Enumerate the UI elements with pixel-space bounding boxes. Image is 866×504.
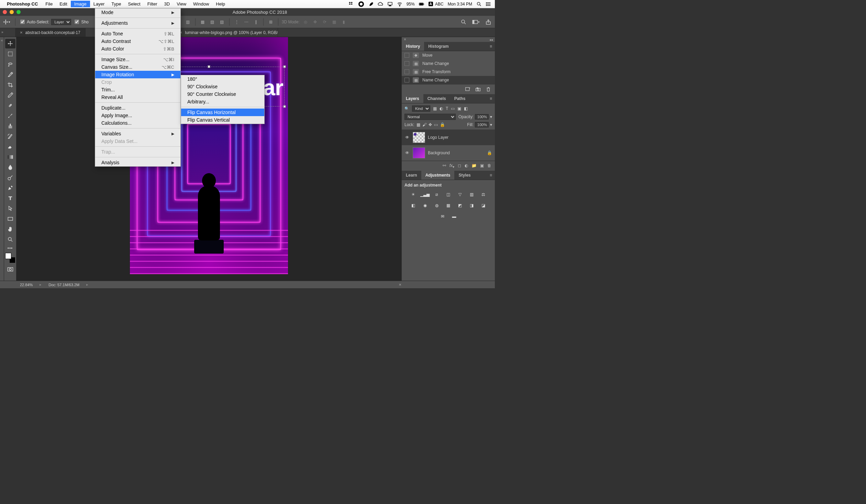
posterize-icon[interactable]: ◨ bbox=[468, 202, 476, 209]
lasso-tool-icon[interactable] bbox=[5, 59, 15, 69]
marquee-tool-icon[interactable] bbox=[5, 49, 15, 59]
menu-help[interactable]: Help bbox=[212, 1, 229, 7]
lock-artboard-icon[interactable]: ▭ bbox=[434, 122, 438, 127]
hue-sat-icon[interactable]: ▥ bbox=[468, 191, 476, 198]
photo-filter-icon[interactable]: ◉ bbox=[421, 202, 429, 209]
zoom-level[interactable]: 22.84% bbox=[20, 283, 33, 287]
feather-icon[interactable] bbox=[368, 1, 374, 7]
menu-type[interactable]: Type bbox=[108, 1, 124, 7]
search-icon[interactable] bbox=[460, 18, 467, 26]
hand-tool-icon[interactable] bbox=[5, 224, 15, 234]
lock-all-icon[interactable]: 🔒 bbox=[440, 122, 445, 127]
stamp-tool-icon[interactable] bbox=[5, 121, 15, 131]
visibility-icon[interactable]: 👁 bbox=[404, 150, 410, 155]
delete-layer-icon[interactable]: 🗑 bbox=[487, 163, 491, 169]
bw-icon[interactable]: ◧ bbox=[410, 202, 417, 209]
distribute-v-icon[interactable]: ⋯ bbox=[243, 18, 250, 26]
lookup-icon[interactable]: ▦ bbox=[445, 202, 452, 209]
visibility-icon[interactable]: 👁 bbox=[404, 135, 410, 140]
rotation-menu-item[interactable]: Flip Canvas Vertical bbox=[181, 116, 264, 124]
circle-icon[interactable] bbox=[358, 1, 364, 7]
opacity-dropdown-icon[interactable]: ▾ bbox=[490, 114, 492, 119]
show-transform-checkbox[interactable] bbox=[75, 20, 79, 24]
image-menu-item[interactable]: Adjustments▶ bbox=[95, 19, 180, 27]
color-balance-icon[interactable]: ⚖ bbox=[480, 191, 487, 198]
document-tab-1[interactable]: × abstract-backlit-conceptual-17 bbox=[15, 28, 86, 37]
healing-tool-icon[interactable] bbox=[5, 101, 15, 110]
align-right-icon[interactable]: ▨ bbox=[218, 18, 226, 26]
image-menu-item[interactable]: Variables▶ bbox=[95, 130, 180, 137]
image-menu-item[interactable]: Auto Contrast⌥⇧⌘L bbox=[95, 37, 180, 45]
menu-list-icon[interactable] bbox=[486, 1, 491, 7]
tab-channels[interactable]: Channels bbox=[423, 94, 450, 103]
gradient-tool-icon[interactable] bbox=[5, 152, 15, 162]
image-menu-item[interactable]: Auto Tone⇧⌘L bbox=[95, 30, 180, 37]
history-brush-tool-icon[interactable] bbox=[5, 132, 15, 141]
layer-row[interactable]: 👁 Background 🔒 bbox=[402, 145, 495, 161]
move-tool-icon[interactable] bbox=[5, 39, 15, 48]
image-menu-item[interactable]: Image Size...⌥⌘I bbox=[95, 56, 180, 63]
image-menu-item[interactable]: Calculations... bbox=[95, 119, 180, 127]
quick-mask-icon[interactable] bbox=[5, 265, 15, 274]
menu-filter[interactable]: Filter bbox=[144, 1, 161, 7]
path-select-tool-icon[interactable] bbox=[5, 204, 15, 213]
image-menu-item[interactable]: Auto Color⇧⌘B bbox=[95, 45, 180, 53]
tab-histogram[interactable]: Histogram bbox=[424, 42, 453, 51]
panel-menu-icon[interactable]: ≡ bbox=[490, 44, 492, 49]
history-row[interactable]: ▤Name Change bbox=[402, 59, 495, 68]
eyedropper-tool-icon[interactable] bbox=[5, 90, 15, 100]
tab-paths[interactable]: Paths bbox=[450, 94, 470, 103]
layer-mask-icon[interactable]: ◻ bbox=[458, 163, 461, 169]
invert-icon[interactable]: ◩ bbox=[456, 202, 464, 209]
rotation-menu-item[interactable]: 90° Counter Clockwise bbox=[181, 90, 264, 98]
blur-tool-icon[interactable] bbox=[5, 163, 15, 172]
adjustment-layer-icon[interactable]: ◐ bbox=[465, 163, 468, 169]
filter-pixel-icon[interactable]: ▦ bbox=[433, 106, 437, 111]
align-left-icon[interactable]: ▦ bbox=[199, 18, 207, 26]
filter-type-icon[interactable]: T bbox=[446, 106, 448, 111]
menu-edit[interactable]: Edit bbox=[56, 1, 70, 7]
image-menu-item[interactable]: Mode▶ bbox=[95, 9, 180, 16]
levels-icon[interactable]: ▁▃▅ bbox=[421, 191, 429, 198]
menu-3d[interactable]: 3D bbox=[161, 1, 174, 7]
image-menu-item[interactable]: Duplicate... bbox=[95, 104, 180, 112]
layer-thumb[interactable] bbox=[413, 147, 425, 158]
panel-close-bottom-icon[interactable]: × bbox=[399, 282, 401, 287]
image-menu-item[interactable]: Apply Image... bbox=[95, 112, 180, 119]
tab-layers[interactable]: Layers bbox=[402, 94, 423, 103]
auto-select-checkbox[interactable] bbox=[20, 20, 25, 24]
panel-menu-icon[interactable]: ≡ bbox=[490, 173, 492, 178]
panel-menu-icon[interactable]: ≡ bbox=[490, 96, 492, 101]
history-row[interactable]: ✥Move bbox=[402, 51, 495, 59]
zoom-tool-icon[interactable] bbox=[5, 235, 15, 244]
lock-transparent-icon[interactable]: ▦ bbox=[417, 122, 420, 127]
vibrance-icon[interactable]: ▽ bbox=[456, 191, 464, 198]
fill-dropdown-icon[interactable]: ▾ bbox=[490, 122, 492, 127]
new-doc-from-state-icon[interactable] bbox=[465, 87, 471, 92]
history-row[interactable]: ▤Name Change bbox=[402, 76, 495, 84]
image-menu-item[interactable]: Analysis▶ bbox=[95, 159, 180, 166]
rotation-menu-item[interactable]: 180° bbox=[181, 75, 264, 83]
curves-icon[interactable]: ⧄ bbox=[433, 191, 441, 198]
lock-position-icon[interactable]: ✥ bbox=[429, 122, 432, 127]
brush-tool-icon[interactable] bbox=[5, 111, 15, 121]
crop-tool-icon[interactable] bbox=[5, 80, 15, 90]
brightness-icon[interactable]: ☀ bbox=[410, 191, 417, 198]
toolbar-collapse-icon[interactable]: » bbox=[1, 30, 3, 34]
panel-collapse-icon[interactable]: ◂◂ bbox=[489, 38, 493, 42]
fill-value[interactable]: 100% bbox=[475, 122, 489, 127]
filter-kind-dropdown[interactable]: Kind bbox=[412, 105, 430, 112]
tab-styles[interactable]: Styles bbox=[454, 171, 475, 180]
layer-row[interactable]: 👁 Logo Layer bbox=[402, 130, 495, 145]
menu-view[interactable]: View bbox=[173, 1, 190, 7]
panel-close-icon[interactable]: × bbox=[404, 37, 406, 42]
tab-history[interactable]: History bbox=[402, 42, 424, 51]
share-icon[interactable] bbox=[485, 18, 492, 26]
image-menu-item[interactable]: Image Rotation▶ bbox=[95, 71, 180, 78]
align-hcenter-icon[interactable]: ▧ bbox=[209, 18, 216, 26]
tool-strip-collapse[interactable]: « bbox=[0, 37, 4, 281]
filter-shape-icon[interactable]: ▭ bbox=[451, 106, 455, 111]
input-source[interactable]: AABC bbox=[429, 2, 444, 7]
image-menu-item[interactable]: Reveal All bbox=[95, 93, 180, 101]
opacity-value[interactable]: 100% bbox=[475, 114, 489, 120]
